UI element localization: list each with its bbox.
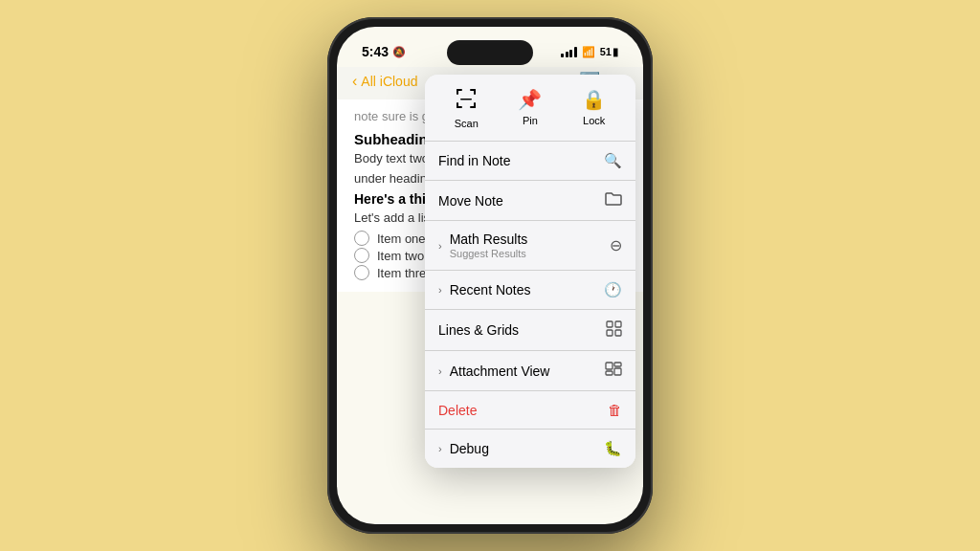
attachment-icon <box>605 362 622 380</box>
math-results-sub: Suggest Results <box>450 248 528 259</box>
search-icon: 🔍 <box>604 152 622 169</box>
status-time: 5:43 🔕 <box>362 44 406 59</box>
checkbox-1 <box>354 231 369 246</box>
folder-icon <box>605 191 622 209</box>
lines-grids-left: Lines & Grids <box>438 322 519 338</box>
svg-rect-14 <box>614 363 621 366</box>
svg-rect-13 <box>606 363 612 369</box>
svg-rect-7 <box>474 102 476 108</box>
svg-rect-3 <box>474 89 476 95</box>
back-label: All iCloud <box>361 74 417 89</box>
grid-icon <box>606 320 622 340</box>
checkbox-3 <box>354 265 369 280</box>
lock-icon: 🔒 <box>582 88 606 111</box>
math-results-label-wrap: Math Results Suggest Results <box>450 231 528 259</box>
scan-label: Scan <box>455 118 479 129</box>
menu-items: Find in Note 🔍 Move Note <box>425 142 635 468</box>
find-in-note-left: Find in Note <box>438 153 510 168</box>
trash-icon: 🗑 <box>608 402 622 418</box>
scan-button[interactable]: Scan <box>440 88 493 129</box>
svg-rect-1 <box>457 89 458 95</box>
status-icons: 📶 51 ▮ <box>561 46 618 58</box>
signal-icon <box>561 47 577 57</box>
time-display: 5:43 <box>362 44 389 59</box>
debug-item[interactable]: › Debug 🐛 <box>425 430 635 468</box>
delete-left: Delete <box>438 403 477 418</box>
lock-label: Lock <box>583 115 605 126</box>
svg-rect-8 <box>460 99 472 100</box>
math-results-item[interactable]: › Math Results Suggest Results ⊖ <box>425 221 635 271</box>
recent-notes-item[interactable]: › Recent Notes 🕐 <box>425 271 635 310</box>
bell-icon: 🔕 <box>392 46 406 58</box>
attachment-view-label: Attachment View <box>450 364 550 379</box>
svg-rect-15 <box>614 368 621 375</box>
delete-label: Delete <box>438 403 477 418</box>
lines-grids-item[interactable]: Lines & Grids <box>425 310 635 351</box>
lock-button[interactable]: 🔒 Lock <box>568 88 620 129</box>
find-in-note-item[interactable]: Find in Note 🔍 <box>425 142 635 181</box>
scan-icon <box>456 88 477 114</box>
chevron-right-icon: › <box>438 240 442 252</box>
find-in-note-label: Find in Note <box>438 153 510 168</box>
pin-icon: 📌 <box>518 88 542 111</box>
chevron-left-icon: ‹ <box>352 73 357 90</box>
move-note-label: Move Note <box>438 193 503 209</box>
back-button[interactable]: ‹ All iCloud <box>352 73 417 90</box>
phone-screen: 5:43 🔕 📶 51 ▮ <box>337 27 643 524</box>
phone-frame: 5:43 🔕 📶 51 ▮ <box>327 17 653 534</box>
move-note-left: Move Note <box>438 193 503 209</box>
delete-item[interactable]: Delete 🗑 <box>425 391 635 430</box>
battery-icon: 51 ▮ <box>600 46 618 58</box>
math-icon: ⊖ <box>610 236 622 254</box>
context-menu: Scan 📌 Pin 🔒 Lock Find in Note <box>425 75 635 468</box>
debug-icon: 🐛 <box>604 440 622 457</box>
dynamic-island <box>447 40 533 65</box>
lines-grids-label: Lines & Grids <box>438 322 519 338</box>
math-results-label: Math Results <box>450 231 528 247</box>
debug-label: Debug <box>450 441 489 456</box>
debug-left: › Debug <box>438 441 489 456</box>
clock-icon: 🕐 <box>604 281 622 298</box>
chevron-right-icon-3: › <box>438 365 442 377</box>
recent-notes-label: Recent Notes <box>450 282 531 298</box>
checkbox-2 <box>354 248 369 263</box>
pin-label: Pin <box>523 115 538 126</box>
svg-rect-11 <box>607 330 612 336</box>
chevron-right-icon-2: › <box>438 284 442 296</box>
svg-rect-10 <box>615 321 621 327</box>
recent-notes-left: › Recent Notes <box>438 282 531 298</box>
move-note-item[interactable]: Move Note <box>425 181 635 221</box>
wifi-icon: 📶 <box>582 46 595 58</box>
pin-button[interactable]: 📌 Pin <box>503 88 556 129</box>
chevron-right-icon-4: › <box>438 443 442 454</box>
svg-rect-12 <box>615 330 621 336</box>
menu-top-actions: Scan 📌 Pin 🔒 Lock <box>425 75 635 142</box>
attachment-view-item[interactable]: › Attachment View <box>425 351 635 391</box>
attachment-view-left: › Attachment View <box>438 364 549 379</box>
svg-rect-9 <box>607 321 612 327</box>
svg-rect-16 <box>606 371 612 375</box>
math-results-left: › Math Results Suggest Results <box>438 231 527 259</box>
svg-rect-5 <box>457 102 458 108</box>
